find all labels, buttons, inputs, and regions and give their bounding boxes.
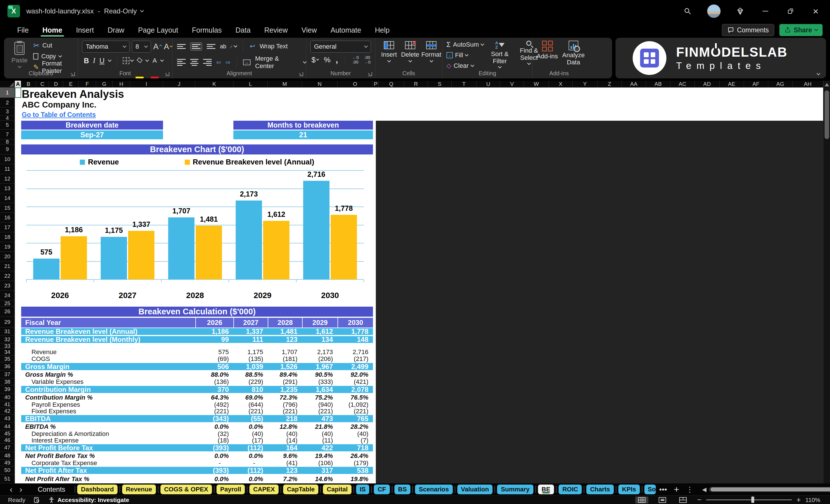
sheet-tab-valuation[interactable]: Valuation [457, 484, 493, 494]
row-header-33[interactable]: 33 [0, 344, 14, 349]
sheet-tab-revenue[interactable]: Revenue [122, 484, 156, 494]
select-all-corner[interactable] [0, 81, 15, 88]
cell-value[interactable]: (333) [302, 378, 338, 385]
cell-value[interactable]: 370 [195, 386, 233, 393]
increase-font-size-button[interactable]: A [153, 42, 162, 51]
font-color-chevron-down-icon[interactable] [160, 58, 164, 62]
cell-value[interactable]: 9.6% [268, 452, 302, 460]
sheet-tab-payroll[interactable]: Payroll [217, 484, 245, 494]
next-sheet-arrow[interactable]: › [16, 485, 26, 494]
sheet-tab-roic[interactable]: ROIC [558, 484, 582, 494]
sheet-options-kebab-icon[interactable]: ⋮ [683, 485, 697, 494]
bold-button[interactable]: B [84, 57, 89, 65]
title-chevron-down-icon[interactable] [140, 8, 144, 12]
vertical-scrollbar[interactable] [823, 81, 830, 483]
cell-value[interactable]: (393) [195, 467, 233, 474]
row-header-43[interactable]: 43 [0, 414, 14, 423]
cell-value[interactable]: 0.0% [195, 452, 233, 460]
cell-value[interactable]: 810 [233, 386, 268, 393]
row-header-7[interactable]: 7 [0, 130, 14, 139]
column-header-AA[interactable]: AA [622, 81, 646, 88]
font-color-button[interactable]: A [153, 58, 157, 64]
cell-value[interactable]: (221) [302, 408, 338, 414]
cell-value[interactable]: (135) [233, 355, 268, 363]
sheet-tab-kpis[interactable]: KPIs [618, 484, 640, 494]
unused-cells-zone[interactable] [376, 121, 823, 483]
sheet-tab-cogs-opex[interactable]: COGS & OPEX [160, 484, 212, 494]
cell-value[interactable]: 473 [302, 415, 338, 422]
cell-value[interactable]: 0.0% [233, 423, 268, 431]
ribbon-tab-view[interactable]: View [295, 22, 324, 38]
font-family-select[interactable]: Tahoma [82, 41, 130, 53]
table-row-net-profit-after-tax[interactable]: Net Profit After Tax %0.0%0.0%7.2%14.6%1… [21, 475, 373, 483]
cell-value[interactable]: 765 [338, 415, 373, 422]
comma-style-button[interactable]: , [336, 55, 338, 65]
cell-value[interactable]: (7) [338, 437, 373, 444]
cell-value[interactable]: 1,039 [233, 363, 268, 370]
row-header-26[interactable]: 26 [0, 307, 14, 317]
ribbon-tab-home[interactable]: Home [35, 22, 69, 38]
align-middle-button-active[interactable] [190, 42, 202, 51]
cell-value[interactable]: 1,186 [195, 328, 233, 335]
column-header-B[interactable]: B [21, 81, 36, 88]
cell-value[interactable]: 1,235 [268, 386, 302, 393]
table-row-revenue-breakeven-level-annual[interactable]: Revenue Breakeven level (Annual)1,1861,3… [21, 327, 373, 336]
sheet-tab-cf[interactable]: CF [374, 484, 389, 494]
column-header-Y[interactable]: Y [573, 81, 598, 88]
page-break-view-button[interactable] [676, 497, 690, 503]
row-header-3[interactable]: 3 [0, 107, 14, 116]
table-row-contribution-margin[interactable]: Contribution Margin %64.3%69.0%72.3%75.2… [21, 393, 373, 401]
column-header-AD[interactable]: AD [695, 81, 720, 88]
prev-sheet-arrow[interactable]: ‹ [6, 485, 16, 494]
cell-value[interactable]: - [195, 460, 233, 466]
zoom-out-button[interactable]: − [697, 496, 701, 504]
cell-value[interactable]: 123 [268, 336, 302, 343]
cell-value[interactable]: (229) [233, 378, 268, 385]
column-header-E[interactable]: E [63, 81, 78, 88]
orientation-button[interactable]: ab→ [220, 43, 237, 50]
row-header-8[interactable]: 8 [0, 139, 14, 145]
sheet-canvas[interactable]: Breakeven Analysis ABC Company Inc. Go t… [15, 88, 823, 483]
column-header-H[interactable]: H [113, 81, 130, 88]
column-header-AE[interactable]: AE [720, 81, 744, 88]
merge-chevron-down-icon[interactable] [303, 60, 307, 63]
cell-value[interactable]: (40) [268, 431, 302, 437]
cell-value[interactable]: 718 [338, 444, 373, 451]
cell-value[interactable]: 2,173 [302, 349, 338, 355]
font-size-select[interactable]: 8 [132, 41, 151, 53]
cell-value[interactable]: (206) [302, 355, 338, 363]
fiscal-year-2026[interactable]: 2026 [195, 318, 233, 327]
italic-button[interactable]: I [93, 57, 95, 65]
decrease-decimal-button[interactable]: .00→0 [364, 55, 371, 65]
row-header-14[interactable]: 14 [0, 193, 14, 203]
column-header-AH[interactable]: AH [793, 81, 823, 88]
column-header-A[interactable]: A [15, 81, 21, 88]
column-header-J[interactable]: J [163, 81, 195, 88]
align-bottom-icon[interactable] [207, 44, 215, 49]
new-sheet-button[interactable]: + [670, 484, 683, 495]
cell-value[interactable]: 575 [195, 349, 233, 355]
ribbon-tab-automate[interactable]: Automate [324, 22, 368, 38]
sheet-tab-summary[interactable]: Summary [497, 484, 533, 494]
cell-value[interactable]: 1,634 [302, 386, 338, 393]
column-header-S[interactable]: S [428, 81, 452, 88]
column-header-L[interactable]: L [233, 81, 268, 88]
row-header-19[interactable]: 19 [0, 242, 14, 252]
row-header-32[interactable]: 32 [0, 336, 14, 344]
accessibility-status[interactable]: Accessibility: Investigate [48, 497, 129, 503]
table-row-ebitda[interactable]: EBITDA %0.0%0.0%12.8%21.8%28.2% [21, 423, 373, 431]
cell-value[interactable]: 0.0% [233, 452, 268, 460]
cell-value[interactable]: 123 [268, 467, 302, 474]
ribbon-tab-formulas[interactable]: Formulas [185, 22, 228, 38]
percent-style-button[interactable]: % [324, 56, 330, 64]
table-row-interest-expense[interactable]: Interest Expense(18)(17)(14)(11)(7) [21, 437, 373, 444]
column-header-O[interactable]: O [338, 81, 373, 88]
column-header-V[interactable]: V [500, 81, 524, 88]
column-header-AB[interactable]: AB [646, 81, 670, 88]
restore-button[interactable] [785, 5, 796, 17]
cell-value[interactable]: (112) [233, 444, 268, 451]
merge-center-button[interactable]: Merge & Center [255, 55, 299, 70]
table-row-contribution-margin[interactable]: Contribution Margin3708101,2351,6342,078 [21, 385, 373, 393]
scroll-left-arrow-icon[interactable]: ◀ [702, 486, 706, 493]
cell-value[interactable]: 21.8% [302, 423, 338, 431]
